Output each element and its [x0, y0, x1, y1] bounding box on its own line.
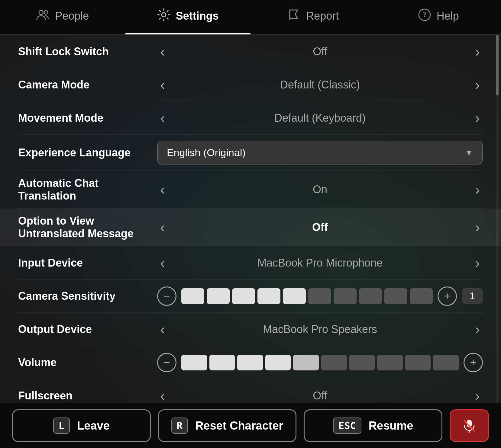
camera-mode-prev-btn[interactable]: ‹ — [157, 78, 168, 92]
setting-label-experience-language: Experience Language — [18, 146, 157, 159]
mic-icon — [462, 418, 477, 433]
vol-segment-1 — [181, 355, 207, 370]
camera-mode-value: Default (Classic) — [174, 78, 466, 91]
setting-control-input-device: ‹ MacBook Pro Microphone › — [157, 256, 483, 270]
segment-9 — [384, 288, 407, 304]
auto-chat-value: On — [174, 183, 466, 196]
scrollbar-track[interactable] — [496, 35, 499, 403]
experience-language-dropdown[interactable]: English (Original) ▼ — [157, 141, 483, 165]
camera-sensitivity-increase-btn[interactable]: + — [438, 286, 457, 306]
tab-report[interactable]: Report — [250, 0, 376, 34]
setting-row-camera-sensitivity: Camera Sensitivity − + 1 — [18, 280, 483, 313]
vol-segment-8 — [377, 355, 403, 370]
output-device-prev-btn[interactable]: ‹ — [157, 322, 168, 337]
vol-segment-7 — [349, 355, 375, 370]
setting-row-experience-language: Experience Language English (Original) ▼ — [18, 135, 483, 171]
setting-label-camera-mode: Camera Mode — [18, 78, 157, 91]
people-icon — [36, 8, 50, 24]
tab-help-label: Help — [437, 10, 459, 22]
setting-label-camera-sensitivity: Camera Sensitivity — [18, 290, 157, 302]
settings-icon — [157, 8, 170, 24]
vol-segment-6 — [321, 355, 347, 370]
setting-label-auto-chat: Automatic Chat Translation — [18, 177, 157, 202]
auto-chat-prev-btn[interactable]: ‹ — [157, 182, 168, 197]
input-device-next-btn[interactable]: › — [472, 256, 483, 270]
scrollbar-thumb[interactable] — [496, 35, 499, 95]
segment-2 — [207, 288, 230, 304]
tab-settings-label: Settings — [176, 10, 219, 22]
tab-people[interactable]: People — [0, 0, 125, 34]
movement-mode-next-btn[interactable]: › — [472, 111, 483, 125]
setting-row-movement-mode: Movement Mode ‹ Default (Keyboard) › — [18, 101, 483, 135]
camera-sensitivity-decrease-btn[interactable]: − — [157, 286, 176, 306]
fullscreen-prev-btn[interactable]: ‹ — [157, 389, 168, 403]
camera-sensitivity-slider: − + 1 — [157, 286, 483, 306]
view-untranslated-value: Off — [174, 221, 466, 234]
view-untranslated-next-btn[interactable]: › — [472, 220, 483, 235]
setting-row-input-device: Input Device ‹ MacBook Pro Microphone › — [18, 246, 483, 280]
fullscreen-value: Off — [174, 389, 466, 402]
segment-8 — [359, 288, 382, 304]
tab-help[interactable]: ? Help — [376, 0, 501, 34]
vol-segment-5 — [293, 355, 319, 370]
vol-segment-9 — [405, 355, 431, 370]
setting-row-view-untranslated: Option to View Untranslated Message ‹ Of… — [0, 209, 501, 246]
setting-control-fullscreen: ‹ Off › — [157, 389, 483, 403]
input-device-prev-btn[interactable]: ‹ — [157, 256, 168, 270]
bottom-bar: L Leave R Reset Character ESC Resume — [0, 403, 501, 448]
setting-control-auto-chat: ‹ On › — [157, 182, 483, 197]
view-untranslated-prev-btn[interactable]: ‹ — [157, 220, 168, 235]
shift-lock-prev-btn[interactable]: ‹ — [157, 44, 168, 59]
vol-segment-4 — [265, 355, 291, 370]
setting-control-experience-language: English (Original) ▼ — [157, 141, 483, 165]
camera-mode-next-btn[interactable]: › — [472, 78, 483, 92]
resume-button[interactable]: ESC Resume — [304, 409, 442, 442]
vol-segment-10 — [433, 355, 459, 370]
segment-10 — [410, 288, 433, 304]
tab-settings[interactable]: Settings — [125, 0, 251, 34]
movement-mode-prev-btn[interactable]: ‹ — [157, 111, 168, 125]
setting-control-view-untranslated: ‹ Off › — [157, 220, 483, 235]
settings-content: Shift Lock Switch ‹ Off › Camera Mode ‹ … — [0, 35, 501, 403]
mute-button[interactable] — [450, 409, 489, 442]
segment-7 — [334, 288, 357, 304]
volume-slider: − + — [157, 353, 483, 372]
setting-label-movement-mode: Movement Mode — [18, 112, 157, 124]
reset-key-badge: R — [171, 418, 188, 434]
reset-character-button[interactable]: R Reset Character — [158, 409, 297, 442]
segment-5 — [283, 288, 306, 304]
output-device-next-btn[interactable]: › — [472, 322, 483, 337]
setting-label-view-untranslated: Option to View Untranslated Message — [18, 215, 157, 240]
shift-lock-next-btn[interactable]: › — [472, 44, 483, 59]
top-navigation: People Settings Report ? Help — [0, 0, 501, 35]
shift-lock-value: Off — [174, 45, 466, 58]
camera-sensitivity-segments — [181, 288, 433, 304]
volume-increase-btn[interactable]: + — [464, 353, 483, 372]
output-device-value: MacBook Pro Speakers — [174, 323, 466, 336]
dropdown-arrow-icon: ▼ — [465, 148, 473, 158]
volume-segments — [181, 355, 459, 370]
volume-decrease-btn[interactable]: − — [157, 353, 176, 372]
auto-chat-next-btn[interactable]: › — [472, 182, 483, 197]
setting-control-movement-mode: ‹ Default (Keyboard) › — [157, 111, 483, 125]
tab-report-label: Report — [306, 10, 339, 22]
segment-6 — [308, 288, 331, 304]
input-device-value: MacBook Pro Microphone — [174, 257, 466, 269]
resume-key-badge: ESC — [333, 418, 361, 434]
camera-sensitivity-value: 1 — [462, 288, 483, 304]
leave-button[interactable]: L Leave — [12, 409, 151, 442]
setting-row-volume: Volume − + — [18, 346, 483, 379]
vol-segment-2 — [209, 355, 235, 370]
svg-point-2 — [162, 13, 166, 17]
svg-point-1 — [44, 11, 48, 14]
setting-row-fullscreen: Fullscreen ‹ Off › — [18, 379, 483, 403]
setting-control-output-device: ‹ MacBook Pro Speakers › — [157, 322, 483, 337]
svg-text:?: ? — [422, 10, 426, 19]
setting-row-output-device: Output Device ‹ MacBook Pro Speakers › — [18, 313, 483, 346]
reset-label: Reset Character — [195, 419, 283, 432]
setting-control-camera-sensitivity: − + 1 — [157, 286, 483, 306]
fullscreen-next-btn[interactable]: › — [472, 389, 483, 403]
svg-point-0 — [39, 10, 43, 14]
segment-3 — [232, 288, 255, 304]
setting-label-input-device: Input Device — [18, 257, 157, 269]
